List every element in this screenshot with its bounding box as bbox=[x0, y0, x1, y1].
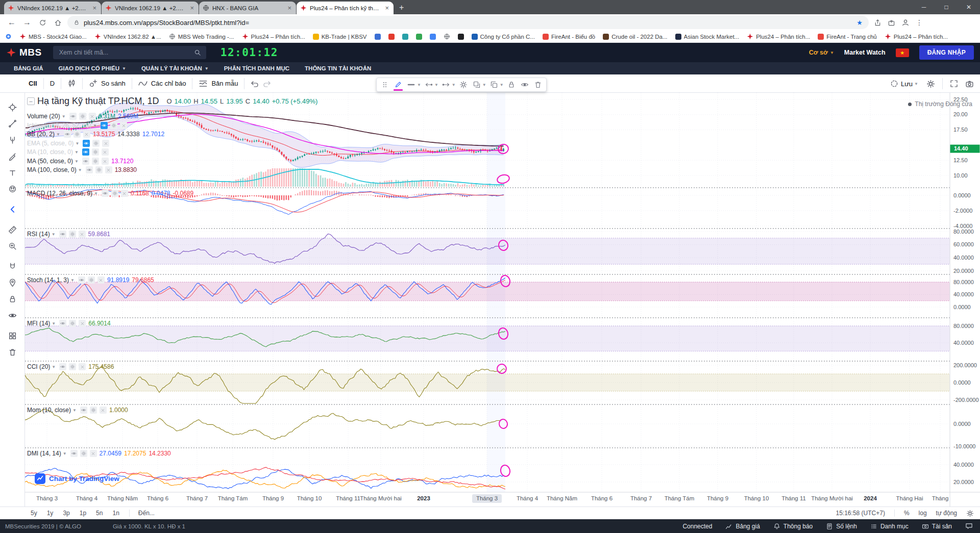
status-item-connected[interactable]: Connected bbox=[682, 523, 712, 530]
back-icon[interactable]: ← bbox=[4, 15, 19, 30]
undo-button[interactable] bbox=[244, 80, 261, 88]
bookmark-item[interactable] bbox=[402, 34, 408, 40]
range-button-1n[interactable]: 1n bbox=[112, 510, 119, 517]
chat-icon[interactable] bbox=[965, 522, 973, 530]
visibility-icon[interactable] bbox=[101, 122, 108, 129]
range-button-3p[interactable]: 3p bbox=[63, 510, 69, 517]
profile-icon[interactable] bbox=[901, 18, 910, 27]
settings-icon[interactable] bbox=[74, 131, 81, 138]
visibility-icon[interactable] bbox=[59, 320, 66, 327]
remove-icon[interactable] bbox=[102, 140, 109, 147]
close-button[interactable]: ✕ bbox=[958, 0, 980, 14]
magnet-tool[interactable] bbox=[5, 259, 19, 273]
pitchfork-tool[interactable] bbox=[5, 133, 19, 147]
crosshair-tool[interactable] bbox=[5, 100, 19, 114]
maximize-button[interactable]: □ bbox=[935, 0, 958, 14]
new-tab-button[interactable]: + bbox=[399, 3, 404, 12]
forward-icon[interactable]: → bbox=[19, 15, 35, 30]
visibility-icon[interactable] bbox=[86, 166, 93, 173]
bookmark-item[interactable]: Công ty Cổ phần C... bbox=[472, 34, 535, 40]
status-item-thông-báo[interactable]: Thông báo bbox=[773, 523, 813, 530]
zoom-tool[interactable] bbox=[5, 239, 19, 253]
remove-icon[interactable] bbox=[79, 363, 86, 370]
settings-icon[interactable] bbox=[92, 158, 99, 165]
visibility-icon[interactable] bbox=[518, 79, 531, 91]
reload-icon[interactable] bbox=[35, 15, 50, 30]
bookmark-item[interactable] bbox=[375, 34, 381, 40]
objects-tool[interactable] bbox=[5, 328, 19, 343]
trendline-tool[interactable] bbox=[5, 116, 19, 131]
indicators-button[interactable]: Các chỉ báo bbox=[132, 79, 192, 88]
settings-icon[interactable] bbox=[90, 407, 97, 414]
fullscreen-icon[interactable] bbox=[950, 80, 958, 88]
bookmark-item[interactable] bbox=[388, 34, 395, 40]
remove-icon[interactable] bbox=[89, 113, 96, 120]
goto-date-button[interactable]: Đến... bbox=[138, 510, 155, 517]
bookmark-item[interactable]: Plus24 – Phân tích... bbox=[747, 33, 810, 40]
save-layout-button[interactable]: Lưu ▼ bbox=[890, 80, 919, 88]
visibility-icon[interactable] bbox=[78, 276, 85, 284]
bookmark-item[interactable] bbox=[444, 33, 450, 40]
market-selector[interactable]: Cơ sở▼ bbox=[809, 49, 834, 56]
search-input[interactable] bbox=[58, 48, 194, 57]
browser-tab[interactable]: VNIndex 1062.19 ▲ +2.12%× bbox=[102, 2, 199, 14]
remove-icon[interactable] bbox=[90, 450, 97, 457]
remove-icon[interactable] bbox=[102, 148, 109, 156]
minimize-button[interactable]: ─ bbox=[913, 0, 935, 14]
bookmark-star-icon[interactable]: ★ bbox=[856, 19, 863, 27]
tab-close-icon[interactable]: × bbox=[384, 4, 390, 12]
interval-button[interactable]: D bbox=[44, 80, 61, 87]
bookmark-item[interactable] bbox=[430, 34, 436, 40]
extensions-icon[interactable] bbox=[888, 19, 895, 27]
line-start-button[interactable] bbox=[422, 79, 435, 91]
settings-icon[interactable] bbox=[80, 450, 87, 457]
tab-close-icon[interactable]: × bbox=[189, 4, 195, 12]
brush-tool[interactable] bbox=[5, 149, 19, 163]
tradingview-credit[interactable]: Chart by TradingView bbox=[35, 473, 119, 484]
log-scale-button[interactable]: log bbox=[919, 510, 927, 517]
range-button-1y[interactable]: 1y bbox=[47, 510, 54, 517]
vietnam-flag-icon[interactable]: ★ bbox=[896, 48, 909, 57]
settings-icon[interactable] bbox=[69, 320, 76, 327]
line-end-button[interactable] bbox=[439, 79, 453, 91]
visibility-icon[interactable] bbox=[59, 363, 66, 370]
settings-icon[interactable] bbox=[92, 148, 99, 156]
auto-scale-button[interactable]: tự động bbox=[936, 510, 957, 517]
mbs-logo[interactable]: MBS bbox=[6, 47, 42, 58]
visibility-icon[interactable] bbox=[83, 140, 90, 147]
compare-button[interactable]: So sánh bbox=[83, 79, 132, 88]
emoji-tool[interactable] bbox=[5, 182, 19, 196]
bookmark-item[interactable]: Crude oil - 2022 Da... bbox=[603, 34, 667, 40]
bookmark-item[interactable]: Plus24 – Phân tích... bbox=[885, 33, 948, 40]
address-bar[interactable]: plus24.mbs.com.vn/apps/StockBoard/MBS/pt… bbox=[67, 16, 869, 29]
hide-all-tool[interactable] bbox=[5, 308, 19, 322]
lock-all-tool[interactable] bbox=[5, 292, 19, 306]
visibility-icon[interactable] bbox=[64, 131, 71, 138]
nav-item-bảng-giá[interactable]: BẢNG GIÁ bbox=[6, 62, 51, 74]
remove-icon[interactable] bbox=[83, 131, 90, 138]
visibility-icon[interactable] bbox=[102, 190, 109, 197]
login-button[interactable]: ĐĂNG NHẬP bbox=[919, 45, 974, 60]
nav-item-thông-tin-tài-khoản[interactable]: THÔNG TIN TÀI KHOẢN bbox=[297, 62, 379, 74]
market-watch-link[interactable]: Market Watch bbox=[844, 49, 886, 56]
visibility-icon[interactable] bbox=[69, 113, 77, 120]
settings-icon[interactable] bbox=[111, 190, 118, 197]
remove-icon[interactable] bbox=[120, 122, 127, 129]
snapshot-icon[interactable] bbox=[965, 80, 974, 88]
settings-icon[interactable] bbox=[92, 140, 100, 147]
remove-drawings-tool[interactable] bbox=[5, 345, 19, 359]
bookmark-item[interactable] bbox=[416, 34, 422, 40]
tab-close-icon[interactable]: × bbox=[286, 4, 292, 12]
share-icon[interactable] bbox=[874, 19, 881, 27]
visibility-icon[interactable] bbox=[82, 148, 89, 156]
redo-button[interactable] bbox=[261, 80, 277, 88]
visibility-icon[interactable] bbox=[80, 407, 87, 414]
bookmark-item[interactable]: FireAnt - Trang chủ bbox=[818, 34, 876, 40]
status-item-danh-mục[interactable]: Danh mục bbox=[870, 523, 909, 530]
bookmark-item[interactable]: Asian Stock Market... bbox=[675, 34, 740, 40]
scale-settings-icon[interactable] bbox=[966, 510, 974, 517]
symbol-search[interactable] bbox=[53, 46, 206, 59]
back-arrow-tool[interactable] bbox=[5, 202, 19, 216]
nav-item-giao-dịch-cổ-phiếu[interactable]: GIAO DỊCH CỔ PHIẾU▼ bbox=[51, 62, 134, 74]
draw-tool-button[interactable] bbox=[391, 79, 405, 91]
